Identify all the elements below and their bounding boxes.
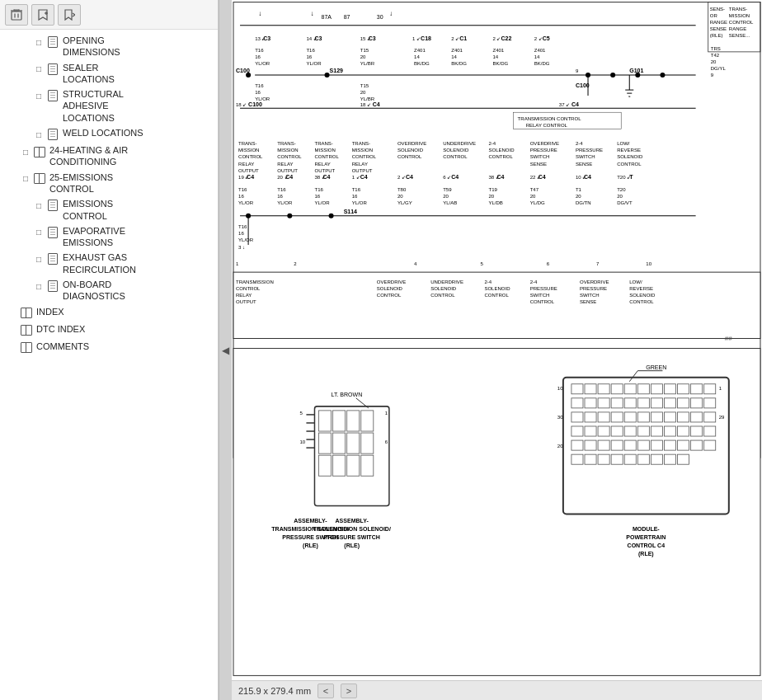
sidebar-item-structural-adhesive[interactable]: □ STRUCTURALADHESIVELOCATIONS	[0, 87, 218, 125]
svg-text:SOLENOID: SOLENOID	[617, 154, 643, 159]
svg-text:YL/AB: YL/AB	[443, 200, 457, 205]
sidebar-item-exhaust-gas[interactable]: □ EXHAUST GASRECIRCULATION	[0, 250, 218, 277]
content-area: SENS- OR RANGE SENSE (RLE) TRANS- MISSIO…	[232, 0, 762, 700]
svg-text:TRANS-: TRANS-	[277, 141, 295, 146]
svg-text:C3: C3	[263, 35, 270, 41]
svg-text:20: 20	[397, 194, 403, 199]
svg-text:PRESSURE SWITCH: PRESSURE SWITCH	[324, 534, 380, 540]
svg-text:20: 20	[557, 444, 563, 449]
svg-text:(RLE): (RLE)	[710, 33, 723, 38]
svg-text:RELAY: RELAY	[314, 162, 330, 167]
svg-text:CONTROL: CONTROL	[430, 293, 455, 298]
svg-text:TRS: TRS	[711, 46, 721, 51]
svg-text:SOLENOID: SOLENOID	[443, 148, 469, 153]
svg-text:16: 16	[255, 54, 261, 59]
sidebar-item-evaporative-emissions[interactable]: □ EVAPORATIVEEMISSIONS	[0, 223, 218, 251]
svg-text:YL/GY: YL/GY	[397, 200, 412, 205]
svg-text:YL/OR: YL/OR	[238, 200, 254, 205]
nav-next-button[interactable]: >	[341, 684, 357, 698]
svg-text:SWITCH: SWITCH	[580, 293, 600, 298]
svg-text:CONTROL: CONTROL	[314, 154, 339, 159]
page-icon	[46, 280, 59, 293]
svg-text:REVERSE: REVERSE	[617, 148, 641, 153]
svg-text:30: 30	[557, 415, 563, 420]
expand-icon: □	[33, 63, 45, 76]
sidebar-toolbar	[0, 0, 218, 30]
svg-text:C4: C4	[247, 174, 254, 180]
svg-text:C4: C4	[406, 174, 413, 180]
svg-text:18 ↙: 18 ↙	[236, 102, 247, 107]
sidebar-item-sealer-locations[interactable]: □ SEALERLOCATIONS	[0, 60, 218, 87]
svg-text:C4: C4	[451, 174, 459, 180]
svg-text:T16: T16	[238, 187, 247, 192]
svg-text:20: 20	[530, 194, 536, 199]
svg-text:ASSEMBLY-: ASSEMBLY-	[294, 518, 327, 524]
svg-text:C4: C4	[360, 174, 368, 180]
sidebar-item-weld-locations[interactable]: □ WELD LOCATIONS	[0, 125, 218, 143]
expand-icon: □	[33, 280, 45, 293]
svg-text:OVERDRIVE: OVERDRIVE	[377, 280, 406, 284]
svg-text:14: 14	[492, 54, 498, 59]
nav-prev-button[interactable]: <	[318, 684, 334, 698]
svg-text:2-4: 2-4	[530, 280, 538, 284]
svg-text:T16: T16	[306, 48, 315, 53]
sidebar-item-emissions-control[interactable]: □ EMISSIONSCONTROL	[0, 196, 218, 223]
svg-text:20: 20	[360, 90, 366, 95]
svg-text:RANGE: RANGE	[729, 26, 746, 31]
svg-text:OUTPUT: OUTPUT	[238, 168, 259, 173]
svg-text:T80: T80	[397, 187, 407, 192]
bookmark-go-button[interactable]	[58, 4, 81, 26]
svg-text:C4: C4	[323, 174, 331, 180]
svg-text:TRANS-: TRANS-	[238, 141, 256, 146]
svg-text:LOW/: LOW/	[617, 141, 630, 146]
svg-text:C5: C5	[543, 35, 550, 41]
svg-text:SENSE...: SENSE...	[729, 33, 750, 38]
expand-icon: □	[33, 199, 45, 212]
svg-text:C4: C4	[497, 174, 505, 180]
sidebar-item-index[interactable]: INDEX	[0, 304, 218, 322]
svg-text:BK/DG: BK/DG	[492, 61, 508, 66]
page-icon	[46, 63, 59, 76]
book-icon	[33, 172, 46, 186]
pdf-view: SENS- OR RANGE SENSE (RLE) TRANS- MISSIO…	[232, 0, 762, 680]
svg-text:2-4: 2-4	[488, 141, 496, 146]
tree-item-label: OPENINGDIMENSIONS	[63, 35, 214, 59]
sidebar-item-on-board-diagnostics[interactable]: □ ON-BOARDDIAGNOSTICS	[0, 277, 218, 304]
svg-text:OR: OR	[710, 13, 718, 18]
svg-point-75	[610, 73, 615, 78]
sidebar-tree: □ OPENINGDIMENSIONS □ SEALERLOCATIONS □ …	[0, 30, 218, 700]
main-area: □ OPENINGDIMENSIONS □ SEALERLOCATIONS □ …	[0, 0, 762, 700]
svg-text:PRESSURE: PRESSURE	[576, 148, 603, 153]
svg-text:SENSE: SENSE	[580, 299, 596, 304]
svg-text:S114: S114	[344, 209, 357, 214]
svg-text:14: 14	[451, 54, 457, 59]
svg-text:MODULE-: MODULE-	[633, 526, 660, 532]
svg-text:SOLENOID: SOLENOID	[488, 148, 515, 153]
svg-text:RELAY: RELAY	[277, 162, 293, 167]
svg-text:87A: 87A	[322, 14, 332, 20]
svg-text:ASSEMBLY-: ASSEMBLY-	[336, 518, 369, 524]
svg-text:CONTROL: CONTROL	[352, 154, 377, 159]
svg-text:2 ↙: 2 ↙	[397, 175, 406, 180]
bookmark-add-button[interactable]	[31, 4, 54, 26]
page-icon	[46, 35, 59, 49]
sidebar-item-comments[interactable]: COMMENTS	[0, 339, 218, 356]
svg-rect-207	[233, 272, 760, 338]
svg-text:OVERDRIVE: OVERDRIVE	[397, 141, 426, 146]
svg-text:16: 16	[238, 231, 244, 236]
expand-icon	[7, 307, 18, 320]
svg-text:G101: G101	[629, 68, 643, 73]
svg-text:T16: T16	[314, 187, 323, 192]
tree-item-label: STRUCTURALADHESIVELOCATIONS	[63, 88, 214, 124]
expand-icon	[7, 324, 18, 337]
sidebar-item-opening-dimensions[interactable]: □ OPENINGDIMENSIONS	[0, 33, 218, 60]
expand-icon: □	[20, 172, 31, 186]
sidebar-item-heating-ac[interactable]: □ 24-HEATING & AIRCONDITIONING	[0, 143, 218, 170]
sidebar-item-dtc-index[interactable]: DTC INDEX	[0, 322, 218, 339]
sidebar-collapse-button[interactable]: ◀	[219, 0, 232, 700]
sidebar-item-emissions-control-parent[interactable]: □ 25-EMISSIONSCONTROL	[0, 170, 218, 197]
svg-text:##: ##	[725, 335, 732, 342]
svg-text:10: 10	[299, 439, 305, 444]
svg-text:CONTROL: CONTROL	[530, 299, 555, 304]
delete-button[interactable]	[5, 4, 28, 26]
